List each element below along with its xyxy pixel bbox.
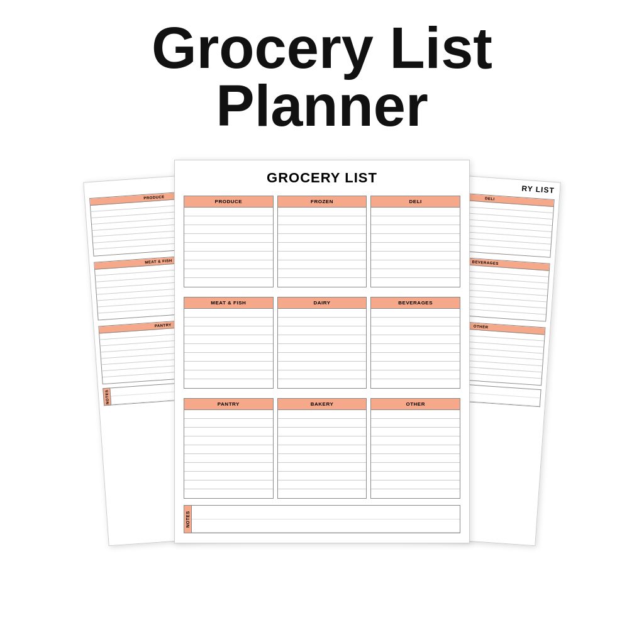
front-dairy-header: DAIRY	[278, 297, 367, 309]
front-deli-header: DELI	[371, 196, 460, 208]
front-bev-block: BEVERAGES	[370, 297, 460, 389]
front-produce-header: PRODUCE	[184, 196, 273, 208]
front-row2: MEAT & FISH DAIRY BEVERAGES	[175, 294, 469, 392]
front-produce-block: PRODUCE	[184, 196, 274, 287]
front-title: GROCERY LIST	[175, 160, 469, 192]
front-meat-header: MEAT & FISH	[184, 297, 273, 309]
front-bev-header: BEVERAGES	[371, 297, 460, 309]
page-title: Grocery List Planner	[152, 19, 492, 135]
front-pantry-block: PANTRY	[184, 398, 274, 499]
sheets-container: GROCE PRODUCE	[77, 153, 567, 581]
front-frozen-header: FROZEN	[278, 196, 367, 208]
front-bakery-header: BAKERY	[278, 399, 367, 410]
front-notes-label: NOTES	[184, 505, 192, 533]
front-row3: PANTRY BAKERY OTHER	[175, 395, 469, 502]
front-pantry-header: PANTRY	[184, 399, 273, 410]
front-bakery-block: BAKERY	[277, 398, 367, 499]
front-notes-content	[192, 505, 460, 533]
front-row1: PRODUCE FROZEN DELI	[175, 192, 469, 291]
front-notes-section: NOTES	[184, 505, 460, 533]
front-other-block: OTHER	[370, 398, 460, 499]
front-meat-block: MEAT & FISH	[184, 297, 274, 389]
front-frozen-block: FROZEN	[277, 196, 367, 287]
notes-label-left: NOTES	[103, 388, 111, 406]
front-dairy-block: DAIRY	[277, 297, 367, 389]
front-other-header: OTHER	[371, 399, 460, 410]
front-deli-block: DELI	[370, 196, 460, 287]
front-sheet: GROCERY LIST PRODUCE FROZEN	[174, 160, 470, 543]
